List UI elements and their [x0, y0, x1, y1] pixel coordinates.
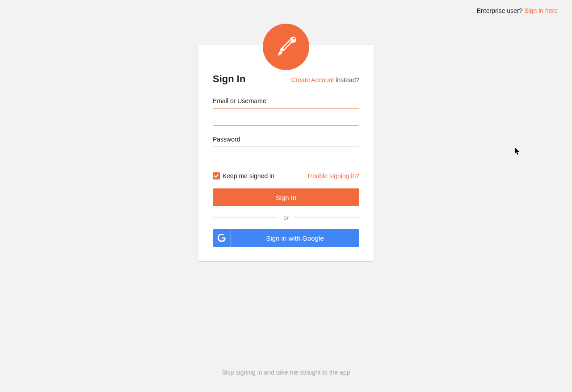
google-g-icon: [213, 229, 231, 247]
enterprise-prompt: Enterprise user? Sign in here: [477, 7, 558, 14]
trouble-signing-in-link[interactable]: Trouble signing in?: [307, 172, 359, 179]
divider-line-right: [294, 217, 359, 218]
password-input[interactable]: [213, 146, 359, 164]
enterprise-prompt-text: Enterprise user?: [477, 7, 525, 14]
page-title: Sign In: [213, 73, 245, 85]
google-signin-button[interactable]: Sign in with Google: [213, 229, 359, 247]
skip-signin-link[interactable]: Skip signing in and take me straight to …: [222, 369, 350, 376]
email-label: Email or Username: [213, 97, 359, 104]
divider: or: [213, 214, 359, 221]
google-button-label: Sign in with Google: [231, 234, 359, 242]
create-account-prompt: Create Account instead?: [291, 76, 359, 83]
instead-text: instead?: [334, 76, 359, 83]
create-account-link[interactable]: Create Account: [291, 76, 334, 83]
password-label: Password: [213, 136, 359, 143]
check-icon: [213, 172, 220, 179]
keep-signed-in-checkbox[interactable]: Keep me signed in: [213, 172, 274, 179]
email-field-group: Email or Username: [213, 97, 359, 126]
options-row: Keep me signed in Trouble signing in?: [213, 172, 359, 179]
signin-button[interactable]: Sign In: [213, 188, 359, 206]
enterprise-signin-link[interactable]: Sign in here: [524, 7, 558, 14]
postman-logo-icon: [263, 24, 309, 70]
mouse-cursor-icon: [515, 147, 521, 157]
divider-line-left: [213, 217, 278, 218]
logo-container: [263, 24, 309, 70]
email-input[interactable]: [213, 108, 359, 126]
signin-card: Sign In Create Account instead? Email or…: [198, 45, 374, 261]
password-field-group: Password: [213, 136, 359, 164]
divider-text: or: [283, 214, 289, 221]
card-header: Sign In Create Account instead?: [213, 73, 359, 85]
rocket-icon: [272, 33, 300, 61]
keep-signed-in-label: Keep me signed in: [223, 172, 274, 179]
